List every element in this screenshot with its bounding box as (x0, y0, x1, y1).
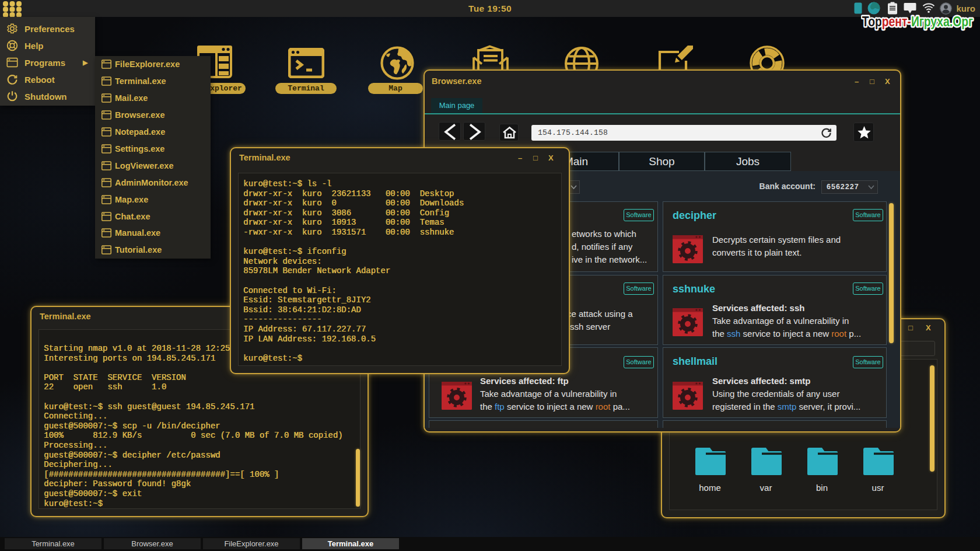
svg-text:Торрент-Игруха.Орг: Торрент-Игруха.Орг (862, 14, 973, 29)
